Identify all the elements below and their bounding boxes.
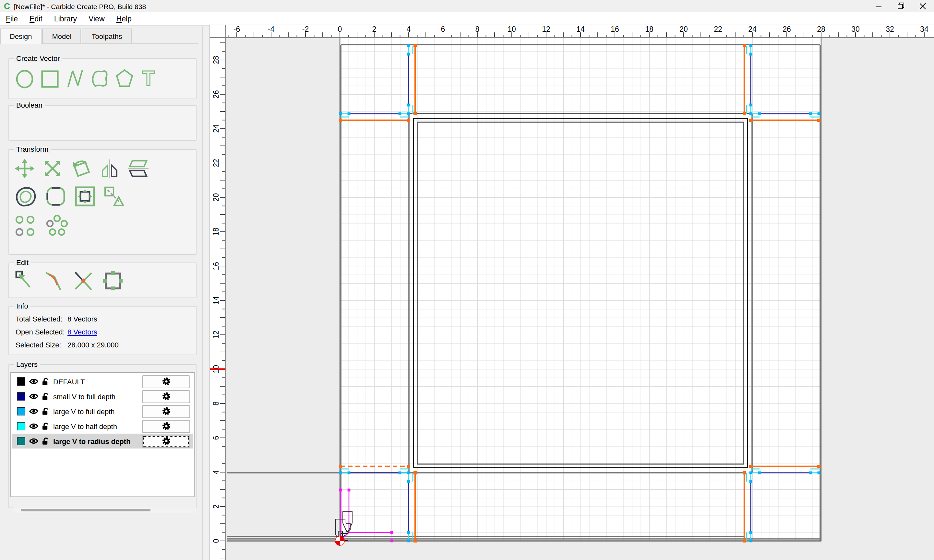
- svg-text:0: 0: [212, 539, 220, 543]
- resize-tool[interactable]: [102, 270, 123, 291]
- restore-button[interactable]: [890, 0, 912, 12]
- mode-tabs: Design Model Toolpaths: [0, 29, 133, 44]
- visibility-eye-icon[interactable]: [29, 423, 38, 430]
- layer-row-small-v-full[interactable]: small V to full depth: [12, 389, 193, 404]
- layer-name: DEFAULT: [53, 377, 85, 385]
- svg-text:-6: -6: [233, 25, 240, 33]
- layer-settings-button[interactable]: [142, 375, 190, 388]
- title-bar[interactable]: C [NewFile]* - Carbide Create PRO, Build…: [0, 0, 934, 12]
- svg-text:8: 8: [475, 25, 480, 33]
- boolean-title: Boolean: [14, 101, 45, 109]
- edit-title: Edit: [14, 258, 31, 266]
- trim-vectors-tool[interactable]: [73, 270, 94, 291]
- node-edit-tool[interactable]: [15, 270, 35, 291]
- minimize-button[interactable]: [868, 0, 890, 12]
- svg-text:20: 20: [680, 25, 688, 33]
- carbide-create-window: { "window": { "title": "[NewFile]* - Car…: [0, 0, 934, 560]
- layer-row-default[interactable]: DEFAULT: [12, 374, 193, 389]
- layer-name: large V to full depth: [53, 408, 115, 415]
- menu-library[interactable]: Library: [48, 12, 83, 26]
- unlock-icon[interactable]: [42, 407, 50, 415]
- layer-color-swatch[interactable]: [17, 437, 25, 445]
- unlock-icon[interactable]: [42, 437, 50, 445]
- circle-tool[interactable]: [15, 68, 34, 89]
- svg-text:6: 6: [441, 25, 445, 33]
- menu-file[interactable]: File: [0, 12, 24, 26]
- circular-array-tool[interactable]: [46, 215, 68, 237]
- close-icon: [920, 3, 926, 9]
- move-tool[interactable]: [15, 159, 34, 178]
- design-sidebar: Design Model Toolpaths Create Vector T B…: [0, 26, 203, 560]
- menu-help[interactable]: Help: [111, 12, 137, 26]
- svg-text:12: 12: [212, 331, 220, 339]
- svg-text:26: 26: [783, 25, 791, 33]
- layer-color-swatch[interactable]: [17, 392, 25, 400]
- open-selected-link[interactable]: 8 Vectors: [68, 328, 97, 336]
- gear-icon: [161, 436, 171, 446]
- window-title: [NewFile]* - Carbide Create PRO, Build 8…: [14, 2, 146, 10]
- close-button[interactable]: [912, 0, 934, 12]
- visibility-eye-icon[interactable]: [29, 408, 38, 415]
- rectangle-tool[interactable]: [40, 68, 60, 89]
- visibility-eye-icon[interactable]: [29, 393, 38, 400]
- polyline-tool[interactable]: [66, 68, 85, 89]
- svg-text:-2: -2: [302, 25, 309, 33]
- create-vector-group: Create Vector T: [8, 58, 197, 99]
- layer-settings-button[interactable]: [142, 420, 190, 432]
- text-tool[interactable]: T: [140, 68, 160, 89]
- gear-icon: [161, 406, 171, 416]
- menu-view[interactable]: View: [83, 12, 110, 26]
- unlock-icon[interactable]: [42, 392, 50, 400]
- grid-array-tool[interactable]: [15, 215, 35, 237]
- fillet-tool[interactable]: [45, 186, 66, 207]
- trim-tool[interactable]: [104, 186, 125, 207]
- svg-text:24: 24: [748, 25, 757, 33]
- layer-settings-button[interactable]: [142, 405, 190, 418]
- smooth-tool[interactable]: [44, 270, 65, 291]
- tab-toolpaths[interactable]: Toolpaths: [82, 29, 132, 43]
- restore-icon: [897, 3, 905, 10]
- mirror-tool[interactable]: [100, 159, 119, 178]
- layer-color-swatch[interactable]: [17, 407, 25, 415]
- svg-text:18: 18: [212, 228, 220, 236]
- svg-text:8: 8: [212, 402, 220, 406]
- layer-row-large-v-radius[interactable]: large V to radius depth: [12, 434, 193, 449]
- flip-tool[interactable]: [128, 159, 148, 178]
- rotate-tool[interactable]: [71, 159, 91, 178]
- layer-settings-button[interactable]: [142, 390, 190, 403]
- selected-size-value: 28.000 x 29.000: [68, 341, 119, 349]
- layer-row-large-v-half[interactable]: large V to half depth: [12, 419, 193, 434]
- design-canvas[interactable]: -6-4-20246810121416182022242628303234024…: [210, 25, 934, 560]
- layer-settings-button[interactable]: [142, 435, 190, 448]
- curve-tool[interactable]: [91, 68, 109, 89]
- layers-title: Layers: [14, 360, 40, 368]
- origin-marker[interactable]: [335, 536, 345, 546]
- offset-tool[interactable]: [15, 186, 37, 207]
- menu-edit[interactable]: Edit: [24, 12, 48, 26]
- gear-icon: [161, 421, 171, 431]
- unlock-icon[interactable]: [42, 377, 50, 386]
- svg-text:34: 34: [920, 25, 928, 33]
- layer-color-swatch[interactable]: [17, 422, 25, 430]
- layer-row-large-v-full[interactable]: large V to full depth: [12, 404, 193, 419]
- visibility-eye-icon[interactable]: [29, 378, 38, 385]
- transform-group: Transform: [8, 149, 197, 255]
- layer-color-swatch[interactable]: [17, 377, 25, 386]
- polygon-tool[interactable]: [115, 68, 134, 89]
- inner-offset-tool[interactable]: [75, 186, 96, 207]
- visibility-eye-icon[interactable]: [29, 437, 38, 445]
- layers-scrollbar[interactable]: [13, 508, 196, 513]
- tab-design[interactable]: Design: [0, 29, 42, 44]
- scale-tool[interactable]: [43, 159, 62, 178]
- info-open-selected: Open Selected:8 Vectors: [15, 328, 97, 336]
- svg-text:28: 28: [212, 56, 220, 64]
- layers-scrollbar-thumb[interactable]: [21, 509, 151, 511]
- tab-model[interactable]: Model: [43, 29, 82, 43]
- svg-text:T: T: [142, 68, 155, 89]
- create-vector-title: Create Vector: [14, 54, 63, 62]
- layers-group: Layers DEFAULT small V to full depth: [8, 364, 197, 508]
- layer-name: large V to radius depth: [53, 437, 130, 445]
- svg-text:32: 32: [886, 25, 894, 33]
- svg-text:6: 6: [212, 436, 220, 440]
- unlock-icon[interactable]: [42, 422, 50, 430]
